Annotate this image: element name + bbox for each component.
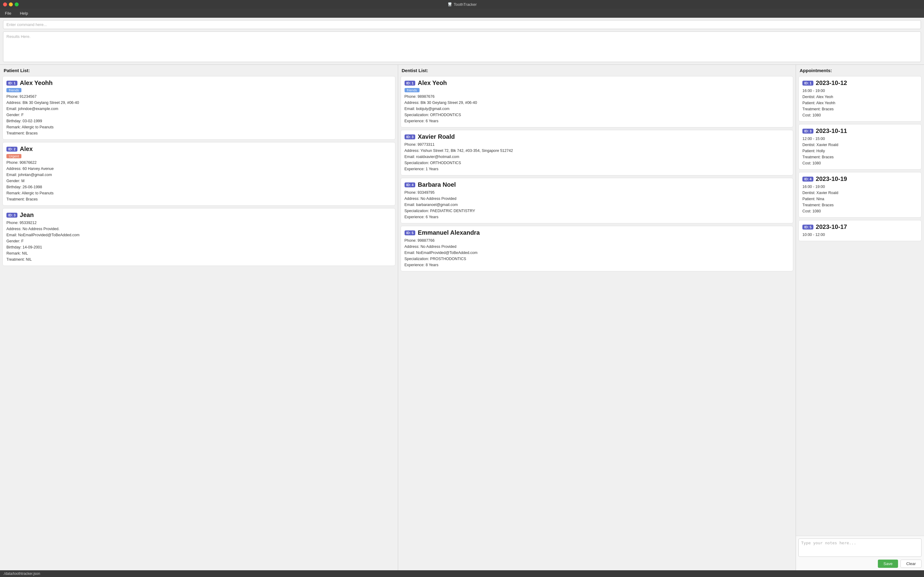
appt-4-date: 2023-10-17 bbox=[816, 223, 847, 230]
patient-2-details: Phone: 90676622 Address: 60 Harvey Avenu… bbox=[6, 160, 391, 202]
dentist-3-name: Barbara Noel bbox=[418, 181, 456, 188]
dentist-4-title-row: ID: 5 Emmanuel Alexandra bbox=[404, 229, 790, 236]
dentist-2-name: Xavier Roald bbox=[418, 133, 455, 140]
patient-card-1: ID: 1 Alex Yeohh friends Phone: 91234567… bbox=[2, 76, 395, 140]
dentist-2-details: Phone: 99773311 Address: Yishun Street 7… bbox=[404, 142, 790, 172]
appt-1-title-row: ID: 1 2023-10-12 bbox=[802, 79, 918, 87]
dentist-4-name: Emmanuel Alexandra bbox=[418, 229, 480, 236]
appt-2-id-badge: ID: 3 bbox=[802, 129, 813, 134]
dentist-3-id-badge: ID: 4 bbox=[404, 182, 415, 187]
dentist-1-id-badge: ID: 1 bbox=[404, 81, 415, 85]
dentist-1-title-row: ID: 1 Alex Yeoh bbox=[404, 79, 790, 87]
dentist-card-1: ID: 1 Alex Yeoh friends Phone: 98987676 … bbox=[401, 76, 794, 127]
appointment-card-2: ID: 3 2023-10-11 12:00 - 15:00 Dentist: … bbox=[798, 124, 922, 169]
appt-2-title-row: ID: 3 2023-10-11 bbox=[802, 127, 918, 134]
clear-button[interactable]: Clear bbox=[900, 559, 922, 568]
patient-2-id-badge: ID: 2 bbox=[6, 147, 18, 152]
close-button[interactable] bbox=[3, 2, 7, 6]
menu-help[interactable]: Help bbox=[18, 10, 30, 16]
appt-3-id-badge: ID: 4 bbox=[802, 177, 813, 182]
command-area bbox=[0, 18, 924, 30]
command-input[interactable] bbox=[3, 20, 921, 29]
dentist-1-details: Phone: 98987676 Address: Blk 30 Geylang … bbox=[404, 93, 790, 124]
titlebar: 🦷 ToothTracker bbox=[0, 0, 924, 8]
appt-4-details: 10:00 - 12:00 bbox=[802, 232, 918, 238]
appt-3-details: 16:00 - 19:00 Dentist: Xavier Roald Pati… bbox=[802, 184, 918, 214]
dentist-list-header: Dentist List: bbox=[398, 65, 796, 75]
appointment-card-4: ID: 5 2023-10-17 10:00 - 12:00 bbox=[798, 220, 922, 241]
menubar: File Help bbox=[0, 8, 924, 18]
panels: Patient List: ID: 1 Alex Yeohh friends P… bbox=[0, 64, 924, 570]
patient-1-details: Phone: 91234567 Address: Blk 30 Geylang … bbox=[6, 93, 391, 136]
maximize-button[interactable] bbox=[14, 2, 19, 6]
app-name: ToothTracker bbox=[454, 2, 476, 7]
patient-2-name: Alex bbox=[20, 145, 33, 153]
appointments-header: Appointments: bbox=[796, 65, 924, 75]
dentist-1-tag: friends bbox=[404, 88, 420, 92]
dentist-card-4: ID: 5 Emmanuel Alexandra Phone: 99887766… bbox=[401, 226, 794, 271]
dentist-card-2: ID: 3 Xavier Roald Phone: 99773311 Addre… bbox=[401, 130, 794, 176]
appointment-card-3: ID: 4 2023-10-19 16:00 - 19:00 Dentist: … bbox=[798, 172, 922, 218]
dentist-2-id-badge: ID: 3 bbox=[404, 134, 415, 139]
dentist-3-title-row: ID: 4 Barbara Noel bbox=[404, 181, 790, 188]
patient-1-id-badge: ID: 1 bbox=[6, 81, 18, 85]
dentist-4-id-badge: ID: 5 bbox=[404, 230, 415, 235]
statusbar: ./data/toothtracker.json bbox=[0, 570, 924, 577]
appointments-panel: Appointments: ID: 1 2023-10-12 16:00 - 1… bbox=[796, 65, 924, 570]
patient-1-name: Alex Yeohh bbox=[20, 79, 53, 87]
appt-4-id-badge: ID: 5 bbox=[802, 225, 813, 229]
dentist-card-3: ID: 4 Barbara Noel Phone: 93349795 Addre… bbox=[401, 178, 794, 223]
window-controls bbox=[3, 2, 19, 6]
appt-1-id-badge: ID: 1 bbox=[802, 81, 813, 85]
minimize-button[interactable] bbox=[9, 2, 13, 6]
patient-1-title-row: ID: 1 Alex Yeohh bbox=[6, 79, 391, 87]
patient-card-2: ID: 2 Alex Urgent Phone: 90676622 Addres… bbox=[2, 142, 395, 206]
appt-2-details: 12:00 - 15:00 Dentist: Xavier Roald Pati… bbox=[802, 136, 918, 166]
menu-file[interactable]: File bbox=[3, 10, 13, 16]
appt-1-details: 16:00 - 19:00 Dentist: Alex Yeoh Patient… bbox=[802, 88, 918, 118]
notes-area: Save Clear bbox=[796, 536, 924, 570]
save-button[interactable]: Save bbox=[878, 559, 898, 568]
app-icon: 🦷 bbox=[448, 2, 452, 7]
patient-card-3: ID: 3 Jean Phone: 95339212 Address: No A… bbox=[2, 208, 395, 266]
dentist-panel: Dentist List: ID: 1 Alex Yeoh friends Ph… bbox=[398, 65, 796, 570]
appt-4-title-row: ID: 5 2023-10-17 bbox=[802, 223, 918, 230]
appt-3-date: 2023-10-19 bbox=[816, 176, 847, 182]
appt-1-date: 2023-10-12 bbox=[816, 79, 847, 87]
app-title: 🦷 ToothTracker bbox=[448, 2, 476, 7]
app-body: Results Here. Patient List: ID: 1 Alex Y… bbox=[0, 18, 924, 570]
patient-3-id-badge: ID: 3 bbox=[6, 213, 18, 218]
patient-3-details: Phone: 95339212 Address: No Address Prov… bbox=[6, 220, 391, 263]
dentist-2-title-row: ID: 3 Xavier Roald bbox=[404, 133, 790, 140]
results-placeholder: Results Here. bbox=[6, 34, 31, 39]
notes-textarea[interactable] bbox=[798, 538, 922, 557]
appt-3-title-row: ID: 4 2023-10-19 bbox=[802, 176, 918, 182]
dentist-list-scroll[interactable]: ID: 1 Alex Yeoh friends Phone: 98987676 … bbox=[398, 75, 796, 570]
patient-list-header: Patient List: bbox=[0, 65, 398, 75]
appointment-card-1: ID: 1 2023-10-12 16:00 - 19:00 Dentist: … bbox=[798, 76, 922, 122]
appt-2-date: 2023-10-11 bbox=[816, 127, 847, 134]
dentist-3-details: Phone: 93349795 Address: No Address Prov… bbox=[404, 190, 790, 220]
dentist-1-name: Alex Yeoh bbox=[418, 79, 447, 87]
patient-2-title-row: ID: 2 Alex bbox=[6, 145, 391, 153]
dentist-4-details: Phone: 99887766 Address: No Address Prov… bbox=[404, 237, 790, 268]
results-area: Results Here. bbox=[3, 31, 921, 62]
appointments-scroll[interactable]: ID: 1 2023-10-12 16:00 - 19:00 Dentist: … bbox=[796, 75, 924, 536]
patient-panel: Patient List: ID: 1 Alex Yeohh friends P… bbox=[0, 65, 398, 570]
patient-3-title-row: ID: 3 Jean bbox=[6, 211, 391, 219]
notes-buttons: Save Clear bbox=[798, 559, 922, 568]
patient-1-tag: friends bbox=[6, 88, 21, 92]
patient-2-tag: Urgent bbox=[6, 154, 21, 158]
patient-3-name: Jean bbox=[20, 211, 34, 219]
statusbar-text: ./data/toothtracker.json bbox=[3, 572, 40, 576]
patient-list-scroll[interactable]: ID: 1 Alex Yeohh friends Phone: 91234567… bbox=[0, 75, 398, 570]
